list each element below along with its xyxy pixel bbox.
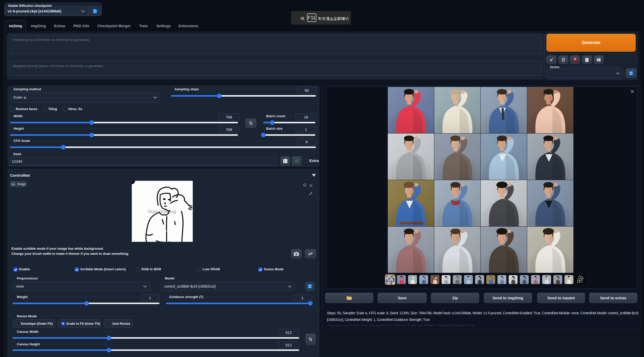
svg-text:Start drawing: Start drawing (148, 209, 176, 214)
